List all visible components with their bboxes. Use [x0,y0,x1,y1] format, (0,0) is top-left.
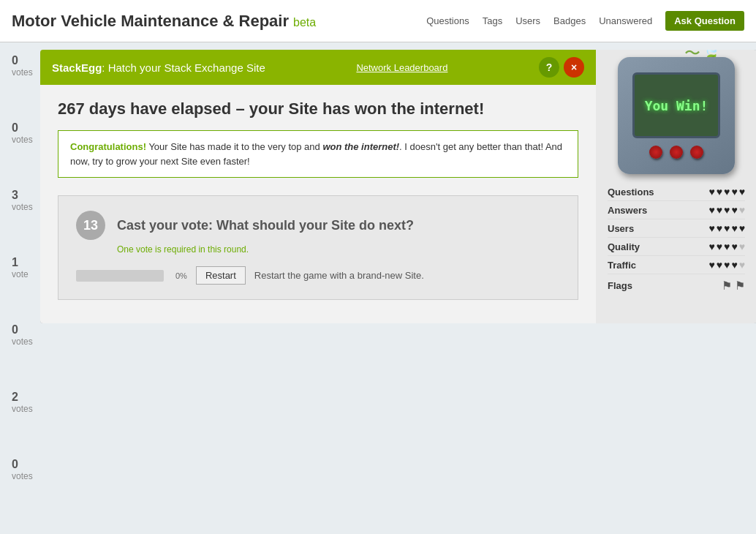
network-leaderboard-link[interactable]: Network Leaderboard [356,62,447,73]
restart-description: Restart the game with a brand-new Site. [254,270,424,281]
heart-empty: ♥ [739,241,745,252]
heart: ♥ [739,186,745,198]
stackegg-modal: StackEgg: Hatch your Stack Exchange Site… [40,50,756,323]
vote-item: 0 votes [12,458,48,481]
help-button[interactable]: ? [539,57,559,78]
vote-label: votes [12,404,48,414]
heart: ♥ [739,222,745,234]
heart: ♥ [717,222,722,234]
vote-item: 0 votes [12,323,48,347]
device-buttons [649,146,703,159]
main-nav: Questions Tags Users Badges Unanswered A… [426,11,744,31]
heart-empty: ♥ [739,204,745,216]
vote-number: 0 [12,323,48,336]
congrats-text1: Your Site has made it to the very top an… [146,141,322,152]
modal-body: 267 days have elapsed – your Site has wo… [40,85,596,323]
nav-badges[interactable]: Badges [553,15,586,26]
device-button-2[interactable] [670,146,683,159]
nav-users[interactable]: Users [515,15,540,26]
modal-left-panel: StackEgg: Hatch your Stack Exchange Site… [40,50,596,323]
vote-header: 13 Cast your vote: What should your Site… [76,211,560,240]
device-screen: You Win! [632,72,720,138]
congratulations-box: Congratulations! Your Site has made it t… [58,130,578,178]
heart-empty: ♥ [739,259,745,271]
vote-label: votes [12,336,48,347]
screen-text: You Win! [645,98,708,113]
heart: ♥ [731,222,737,234]
site-title: Motor Vehicle Maintenance & Repairbeta [12,12,316,31]
stat-hearts-questions: ♥ ♥ ♥ ♥ ♥ [708,186,745,198]
flag-icon-1: ⚑ [722,279,732,293]
modal-title-sub: : Hatch your Stack Exchange Site [102,61,265,74]
progress-bar-container [76,270,164,282]
tamagotchi-device: 〜🍃 You Win! [618,57,735,174]
heart: ♥ [717,259,722,271]
heart: ♥ [724,222,730,234]
nav-questions[interactable]: Questions [426,15,469,26]
heart: ♥ [708,222,714,234]
main-area: 0 votes 0 votes 3 votes 1 vote 0 votes 2… [0,42,756,534]
stat-row-questions: Questions ♥ ♥ ♥ ♥ ♥ [608,183,745,201]
heart: ♥ [717,186,722,198]
flags-icons: ⚑ ⚑ [722,279,745,293]
vote-number: 0 [12,458,48,471]
stat-label-users: Users [608,223,659,234]
device-body: You Win! [618,57,735,174]
progress-label: 0% [175,271,187,280]
vote-count-badge: 13 [76,211,105,240]
site-header: Motor Vehicle Maintenance & Repairbeta Q… [0,0,756,42]
heart: ♥ [724,204,730,216]
heart: ♥ [731,204,737,216]
stat-label-questions: Questions [608,187,659,198]
heart: ♥ [717,241,722,252]
stat-row-answers: Answers ♥ ♥ ♥ ♥ ♥ [608,201,745,219]
heart: ♥ [731,241,737,252]
stat-row-traffic: Traffic ♥ ♥ ♥ ♥ ♥ [608,256,745,274]
vote-number: 2 [12,391,48,404]
stats-table: Questions ♥ ♥ ♥ ♥ ♥ Answers ♥ ♥ ♥ [608,183,745,297]
site-title-text: Motor Vehicle Maintenance & Repair [12,12,289,30]
modal-title-main: StackEgg [52,61,102,74]
heart: ♥ [724,241,730,252]
vote-section: 13 Cast your vote: What should your Site… [58,195,578,300]
modal-icon-buttons: ? × [539,57,584,78]
ask-question-button[interactable]: Ask Question [665,11,744,31]
close-button[interactable]: × [564,57,584,78]
heart: ♥ [708,204,714,216]
stat-hearts-traffic: ♥ ♥ ♥ ♥ ♥ [708,259,745,271]
win-title: 267 days have elapsed – your Site has wo… [58,99,578,119]
modal-right-panel: 〜🍃 You Win! [596,50,756,323]
nav-tags[interactable]: Tags [483,15,502,26]
congrats-italic: won the internet! [322,141,399,152]
heart: ♥ [724,186,730,198]
device-button-1[interactable] [649,146,662,159]
stat-hearts-answers: ♥ ♥ ♥ ♥ ♥ [708,204,745,216]
network-leaderboard-anchor[interactable]: Network Leaderboard [356,62,447,73]
stat-label-quality: Quality [608,241,659,252]
stat-hearts-users: ♥ ♥ ♥ ♥ ♥ [708,222,745,234]
modal-header: StackEgg: Hatch your Stack Exchange Site… [40,50,596,85]
device-button-3[interactable] [690,146,703,159]
beta-badge: beta [293,16,316,29]
stat-row-flags: Flags ⚑ ⚑ [608,274,745,297]
stat-label-answers: Answers [608,205,659,216]
flag-icon-2: ⚑ [735,279,745,293]
restart-button[interactable]: Restart [196,266,246,285]
stat-row-users: Users ♥ ♥ ♥ ♥ ♥ [608,219,745,238]
congrats-bold: Congratulations! [70,141,146,152]
vote-subtext: One vote is required in this round. [117,244,560,255]
stat-label-flags: Flags [608,280,659,291]
modal-title-bar: StackEgg: Hatch your Stack Exchange Site [52,61,265,74]
heart: ♥ [708,186,714,198]
nav-unanswered[interactable]: Unanswered [599,15,652,26]
stat-row-quality: Quality ♥ ♥ ♥ ♥ ♥ [608,238,745,256]
stat-label-traffic: Traffic [608,260,659,271]
heart: ♥ [708,241,714,252]
heart: ♥ [731,259,737,271]
heart: ♥ [717,204,722,216]
heart: ♥ [724,259,730,271]
vote-label: votes [12,471,48,481]
heart: ♥ [731,186,737,198]
vote-controls: 0% Restart Restart the game with a brand… [76,266,560,285]
vote-item: 2 votes [12,391,48,414]
